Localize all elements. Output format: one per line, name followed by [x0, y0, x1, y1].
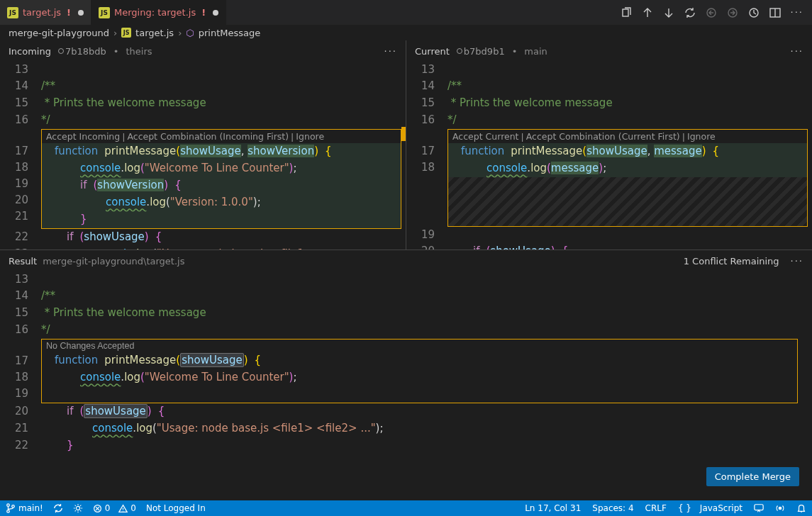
tab-target-js[interactable]: JS target.js !: [0, 0, 91, 25]
incoming-pane: Incoming 7b18bdb • theirs ··· 13 14/** 1…: [0, 40, 406, 249]
accept-incoming-link[interactable]: Accept Incoming: [46, 131, 120, 142]
problems-status[interactable]: 0 0: [93, 503, 136, 513]
modified-marker: !: [201, 7, 206, 18]
result-header: Result merge-git-playground\target.js 1 …: [0, 250, 812, 271]
svg-rect-0: [623, 9, 628, 16]
editor-toolbar: ···: [621, 0, 812, 25]
login-status[interactable]: Not Logged In: [146, 503, 206, 513]
svg-point-7: [12, 505, 15, 508]
current-pane: Current b7bd9b1 • main ··· 13 14/** 15 *…: [406, 40, 812, 249]
more-icon[interactable]: ···: [791, 7, 803, 18]
more-icon[interactable]: ···: [384, 46, 397, 57]
result-pane: Result merge-git-playground\target.js 1 …: [0, 249, 812, 501]
breadcrumb[interactable]: merge-git-playground › JS target.js › ⬡ …: [0, 25, 812, 40]
accept-combination-link[interactable]: Accept Combination (Current First): [526, 131, 680, 142]
prev-icon[interactable]: [706, 7, 717, 18]
incoming-header: Incoming 7b18bdb • theirs ···: [0, 40, 406, 62]
breadcrumb-folder[interactable]: merge-git-playground: [9, 28, 109, 38]
codelens-no-changes: No Changes Accepted: [42, 340, 797, 352]
symbol-method-icon: ⬡: [186, 28, 194, 38]
warning-icon: [118, 504, 128, 513]
breadcrumb-file[interactable]: target.js: [135, 28, 174, 38]
breadcrumb-symbol[interactable]: printMessage: [199, 28, 261, 38]
bell-icon[interactable]: [796, 503, 806, 513]
tab-merging-target-js[interactable]: JS Merging: target.js !: [91, 0, 226, 25]
pane-title: Result: [9, 256, 37, 267]
tab-label: Merging: target.js: [114, 7, 196, 18]
dirty-indicator: [213, 10, 218, 16]
more-icon[interactable]: ···: [791, 256, 803, 267]
ignore-link[interactable]: Ignore: [296, 131, 324, 142]
status-bar: main! 0 0 Not Logged In Ln 17, Col 31 Sp…: [0, 500, 812, 516]
pane-title: Current: [415, 46, 450, 57]
commit-ref[interactable]: 7b18bdb: [58, 46, 106, 57]
dot-separator: •: [512, 46, 518, 57]
ignore-link[interactable]: Ignore: [687, 131, 716, 142]
svg-point-11: [779, 507, 782, 510]
arrow-down-icon[interactable]: [663, 7, 674, 18]
accept-combination-link[interactable]: Accept Combination (Incoming First): [127, 131, 289, 142]
arrow-up-icon[interactable]: [642, 7, 653, 18]
svg-point-8: [76, 506, 79, 510]
copy-icon[interactable]: [621, 7, 632, 18]
branch-status[interactable]: main!: [6, 503, 43, 513]
complete-merge-button[interactable]: Complete Merge: [706, 467, 799, 486]
js-file-icon: JS: [99, 7, 110, 18]
split-icon[interactable]: [769, 7, 781, 18]
overview-ruler-marker: [401, 127, 406, 141]
dirty-indicator: [78, 10, 84, 16]
sync-icon: [53, 503, 63, 513]
svg-point-5: [7, 504, 10, 507]
current-header: Current b7bd9b1 • main ···: [406, 40, 812, 62]
sync-status[interactable]: [53, 503, 63, 513]
branch-icon: [6, 503, 16, 513]
ports-icon: [73, 503, 83, 513]
codelens-incoming: Accept Incoming | Accept Combination (In…: [42, 130, 401, 143]
eol-status[interactable]: CRLF: [645, 503, 667, 513]
clock-icon[interactable]: [748, 7, 760, 18]
pane-title: Incoming: [9, 46, 51, 57]
ref-label: main: [524, 46, 547, 57]
result-editor[interactable]: 13 14/** 15 * Prints the welcome message…: [0, 271, 812, 501]
cycle-icon[interactable]: [684, 7, 696, 18]
incoming-editor[interactable]: 13 14/** 15 * Prints the welcome message…: [0, 62, 406, 249]
js-file-icon: JS: [121, 28, 131, 38]
chevron-right-icon: ›: [113, 28, 117, 38]
commit-ref[interactable]: b7bd9b1: [457, 46, 505, 57]
broadcast-icon[interactable]: [775, 503, 785, 513]
indentation-status[interactable]: Spaces: 4: [592, 503, 633, 513]
conflicts-remaining[interactable]: 1 Conflict Remaining: [684, 256, 779, 267]
dot-separator: •: [113, 46, 119, 57]
svg-rect-10: [755, 505, 763, 510]
error-icon: [93, 504, 102, 513]
ref-label: theirs: [126, 46, 152, 57]
result-path: merge-git-playground\target.js: [43, 256, 184, 267]
ports-status[interactable]: [73, 503, 83, 513]
tab-label: target.js: [23, 7, 61, 18]
chevron-right-icon: ›: [178, 28, 182, 38]
tab-bar: JS target.js ! JS Merging: target.js ! ·…: [0, 0, 812, 25]
svg-point-6: [7, 510, 10, 513]
js-file-icon: JS: [7, 7, 18, 18]
cursor-position[interactable]: Ln 17, Col 31: [525, 503, 581, 513]
current-editor[interactable]: 13 14/** 15 * Prints the welcome message…: [406, 62, 812, 249]
codelens-current: Accept Current | Accept Combination (Cur…: [448, 130, 807, 143]
feedback-icon[interactable]: [754, 503, 764, 513]
modified-marker: !: [67, 7, 71, 18]
language-status[interactable]: { } JavaScript: [678, 503, 743, 513]
accept-current-link[interactable]: Accept Current: [452, 131, 519, 142]
more-icon[interactable]: ···: [791, 46, 803, 57]
placeholder-region: [448, 177, 807, 226]
conflict-region-current: Accept Current | Accept Combination (Cur…: [447, 129, 808, 227]
next-icon[interactable]: [727, 7, 738, 18]
conflict-region-incoming: Accept Incoming | Accept Combination (In…: [41, 129, 401, 229]
conflict-region-result: No Changes Accepted function printMessag…: [41, 339, 798, 403]
